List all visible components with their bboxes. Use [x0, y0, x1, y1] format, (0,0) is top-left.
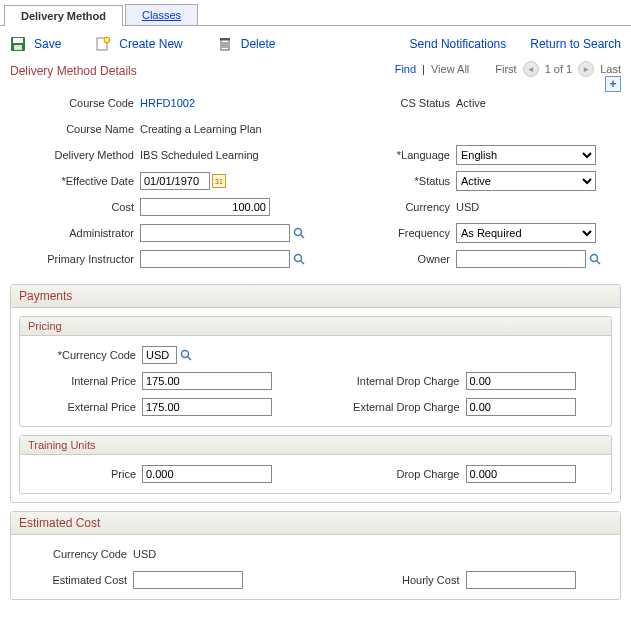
tu-drop-label: Drop Charge — [326, 468, 466, 480]
lookup-icon[interactable] — [588, 252, 602, 266]
svg-line-14 — [301, 261, 304, 264]
toolbar: Save Create New Delete Send Notification… — [0, 26, 631, 58]
delete-button[interactable]: Delete — [241, 37, 276, 51]
effective-date-input[interactable] — [140, 172, 210, 190]
estimated-cost-header: Estimated Cost — [11, 512, 620, 535]
external-price-input[interactable] — [142, 398, 272, 416]
svg-point-13 — [295, 255, 302, 262]
save-icon — [10, 36, 26, 52]
hourly-cost-label: Hourly Cost — [326, 574, 466, 586]
nav-separator: | — [422, 63, 425, 75]
payments-header: Payments — [11, 285, 620, 308]
primary-instructor-input[interactable] — [140, 250, 290, 268]
first-label: First — [495, 63, 516, 75]
cost-input[interactable] — [140, 198, 270, 216]
internal-drop-label: Internal Drop Charge — [326, 375, 466, 387]
frequency-label: Frequency — [326, 227, 456, 239]
status-select[interactable]: Active — [456, 171, 596, 191]
training-units-group: Training Units Price Drop Charge — [19, 435, 612, 494]
delivery-method-label: Delivery Method — [10, 149, 140, 161]
lookup-icon[interactable] — [179, 348, 193, 362]
external-drop-label: External Drop Charge — [326, 401, 466, 413]
estimated-cost-group: Estimated Cost Currency Code USD Estimat… — [10, 511, 621, 600]
svg-point-5 — [104, 37, 110, 43]
course-code-value[interactable]: HRFD1002 — [140, 97, 195, 109]
course-code-label: Course Code — [10, 97, 140, 109]
owner-input[interactable] — [456, 250, 586, 268]
est-currency-code-label: Currency Code — [15, 548, 133, 560]
primary-instructor-label: Primary Instructor — [10, 253, 140, 265]
view-all-link: View All — [431, 63, 469, 75]
estimated-cost-label: Estimated Cost — [15, 574, 133, 586]
send-notifications-link[interactable]: Send Notifications — [410, 37, 507, 51]
delete-icon — [217, 36, 233, 52]
est-currency-code-value: USD — [133, 548, 156, 560]
course-name-label: Course Name — [10, 123, 140, 135]
currency-label: Currency — [326, 201, 456, 213]
administrator-label: Administrator — [10, 227, 140, 239]
payments-group: Payments Pricing *Currency Code Internal… — [10, 284, 621, 503]
svg-line-12 — [301, 235, 304, 238]
training-units-header: Training Units — [20, 436, 611, 455]
tu-price-label: Price — [24, 468, 142, 480]
lookup-icon[interactable] — [292, 226, 306, 240]
svg-rect-2 — [14, 45, 22, 50]
return-to-search-link[interactable]: Return to Search — [530, 37, 621, 51]
currency-value: USD — [456, 201, 479, 213]
internal-price-input[interactable] — [142, 372, 272, 390]
estimated-cost-input[interactable] — [133, 571, 243, 589]
prev-record-button[interactable]: ◄ — [523, 61, 539, 77]
svg-point-15 — [591, 255, 598, 262]
tab-delivery-method[interactable]: Delivery Method — [4, 5, 123, 26]
owner-label: Owner — [326, 253, 456, 265]
svg-line-18 — [188, 357, 191, 360]
add-row-button[interactable]: + — [605, 76, 621, 92]
svg-line-16 — [597, 261, 600, 264]
internal-drop-input[interactable] — [466, 372, 576, 390]
status-label: *Status — [326, 175, 456, 187]
cs-status-value: Active — [456, 97, 486, 109]
tab-classes[interactable]: Classes — [125, 4, 198, 25]
pricing-group: Pricing *Currency Code Internal Price In… — [19, 316, 612, 427]
pricing-header: Pricing — [20, 317, 611, 336]
external-price-label: External Price — [24, 401, 142, 413]
calendar-icon[interactable]: 31 — [212, 174, 226, 188]
svg-rect-1 — [13, 38, 23, 43]
language-select[interactable]: English — [456, 145, 596, 165]
svg-point-11 — [295, 229, 302, 236]
tab-bar: Delivery Method Classes — [0, 0, 631, 26]
effective-date-label: *Effective Date — [10, 175, 140, 187]
frequency-select[interactable]: As Required — [456, 223, 596, 243]
internal-price-label: Internal Price — [24, 375, 142, 387]
section-title: Delivery Method Details — [0, 58, 147, 80]
create-new-button[interactable]: Create New — [119, 37, 182, 51]
currency-code-label: *Currency Code — [24, 349, 142, 361]
language-label: *Language — [326, 149, 456, 161]
svg-rect-10 — [220, 38, 230, 40]
lookup-icon[interactable] — [292, 252, 306, 266]
cs-status-label: CS Status — [326, 97, 456, 109]
details-form: Course Code HRFD1002 CS Status Active Co… — [0, 86, 631, 276]
delivery-method-value: IBS Scheduled Learning — [140, 149, 259, 161]
administrator-input[interactable] — [140, 224, 290, 242]
tu-price-input[interactable] — [142, 465, 272, 483]
svg-point-17 — [182, 351, 189, 358]
cost-label: Cost — [10, 201, 140, 213]
tu-drop-input[interactable] — [466, 465, 576, 483]
external-drop-input[interactable] — [466, 398, 576, 416]
save-button[interactable]: Save — [34, 37, 61, 51]
record-nav: Find | View All First ◄ 1 of 1 ► Last — [395, 61, 631, 77]
find-link[interactable]: Find — [395, 63, 416, 75]
next-record-button[interactable]: ► — [578, 61, 594, 77]
record-position: 1 of 1 — [545, 63, 573, 75]
pricing-currency-code-input[interactable] — [142, 346, 177, 364]
course-name-value: Creating a Learning Plan — [140, 123, 262, 135]
create-new-icon — [95, 36, 111, 52]
hourly-cost-input[interactable] — [466, 571, 576, 589]
last-label: Last — [600, 63, 621, 75]
